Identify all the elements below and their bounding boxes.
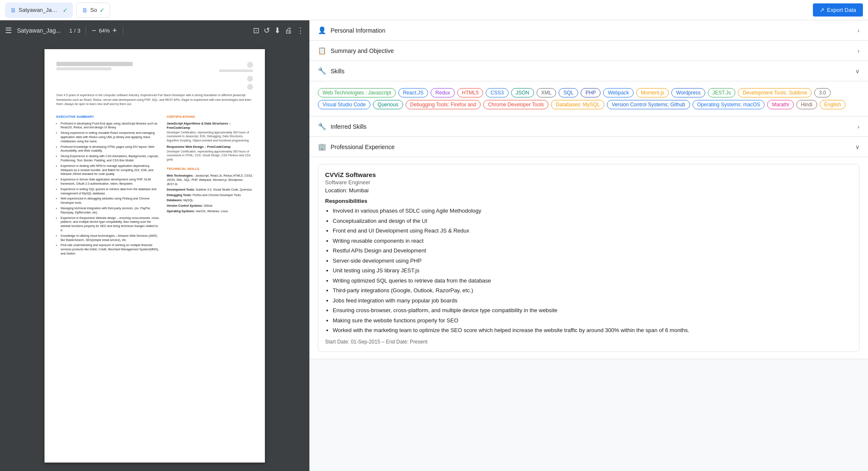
skill-tag[interactable]: Moment.js [636, 88, 669, 97]
export-icon: ↗ [820, 7, 824, 13]
section-personal-information[interactable]: 👤 Personal Information › [309, 20, 868, 41]
exec-summary-title: EXECUTIVE SUMMARY [56, 114, 160, 119]
skill-tag[interactable]: React.JS [398, 88, 428, 97]
pdf-title: Satyawan_Jag... [17, 27, 61, 34]
bullet-item: Experience in dealing with NPM to manage… [61, 164, 160, 176]
section-inferred-skills[interactable]: 🔧 Inferred Skills › [309, 116, 868, 137]
download-icon[interactable]: ⬇ [274, 26, 281, 35]
skill-tag[interactable]: Web Technologies : Javascript [318, 88, 396, 97]
pdf-viewer: ☰ Satyawan_Jag... 1 / 3 − 64% + ⊡ ↺ ⬇ 🖨 … [0, 20, 309, 471]
skills-icon: 🔧 [318, 67, 326, 75]
pdf-page-nav: 1 / 3 [70, 28, 81, 34]
top-bar: 🗎 Satyawan_Jagan... ✓ 🗎 So ✓ ↗ Export Da… [0, 0, 868, 20]
pdf-toolbar: ☰ Satyawan_Jag... 1 / 3 − 64% + ⊡ ↺ ⬇ 🖨 … [0, 20, 309, 41]
experience-label: Professional Experience [331, 144, 395, 150]
doc-icon-2: 🗎 [82, 7, 88, 14]
skill-tag[interactable]: Hindi [796, 100, 817, 109]
exp-card-cvviz: CVViZ Softwares Software Engineer Locati… [318, 164, 860, 352]
skill-tag[interactable]: Development Tools: Sublime [738, 88, 812, 97]
zoom-in-button[interactable]: + [111, 26, 118, 35]
skill-tag[interactable]: Webpack [603, 88, 634, 97]
exp-bullet-item: Jobs feed integration with many popular … [333, 296, 852, 305]
skill-tag[interactable]: JEST.Js [708, 88, 735, 97]
section-skills[interactable]: 🔧 Skills ∨ [309, 61, 868, 81]
tab-2-label: So [90, 7, 97, 13]
skill-tag[interactable]: Databases: MySQL [551, 100, 604, 109]
page-current: 1 [70, 28, 72, 34]
skill-tag[interactable]: Marathi [767, 100, 793, 109]
skill-tag[interactable]: XML [537, 88, 556, 97]
more-options-icon[interactable]: ⋮ [297, 26, 304, 35]
menu-icon[interactable]: ☰ [5, 26, 12, 35]
skill-tag[interactable]: Visual Studio Code [318, 100, 370, 109]
exp-bullet-item: Involved in various phases of SDLC using… [333, 207, 852, 215]
skill-tag[interactable]: Version Control Systems: Github [607, 100, 690, 109]
exp-job-title: Software Engineer [325, 179, 852, 186]
tab-1[interactable]: 🗎 Satyawan_Jagan... ✓ [5, 3, 73, 18]
skills-label: Skills [331, 68, 345, 75]
skill-tag[interactable]: Debugging Tools: Firefox and [406, 100, 481, 109]
chevron-right-inferred: › [857, 123, 860, 130]
inferred-label: Inferred Skills [331, 123, 367, 130]
rotate-icon[interactable]: ↺ [264, 26, 270, 35]
skill-tag[interactable]: Redux [431, 88, 455, 97]
skill-debug: Debugging Tools: Firefox and Chrome Deve… [167, 193, 253, 197]
zoom-level: 64% [99, 28, 110, 34]
tab-1-label: Satyawan_Jagan... [19, 7, 60, 13]
chevron-down-skills: ∨ [855, 68, 860, 75]
bullet-item: Strong Experience in dealing with CSS An… [61, 154, 160, 163]
bullet-item: Experience in Responsive Website design … [61, 216, 160, 233]
experience-expanded-section: CVViZ Softwares Software Engineer Locati… [309, 157, 868, 359]
skill-tag[interactable]: JSON [511, 88, 534, 97]
exp-bullet-item: Front end and UI Development using React… [333, 227, 852, 235]
skill-tag[interactable]: Wordpress [671, 88, 705, 97]
pdf-content: Over 4.5 years of experience in the comp… [0, 41, 309, 471]
page-total: 3 [77, 28, 80, 34]
bullet-item: Experience in Server-Side application de… [61, 177, 160, 186]
pdf-page: Over 4.5 years of experience in the comp… [45, 49, 265, 463]
cert1-body: Developer Certification, representing ap… [167, 130, 253, 143]
bullet-item: Managing technical integration with thir… [61, 206, 160, 215]
experience-icon: 🏢 [318, 143, 326, 151]
skill-tag[interactable]: 3.0 [814, 88, 831, 97]
skill-tag[interactable]: SQL [559, 88, 578, 97]
exp-bullet-item: Restful APIs Design and Development [333, 247, 852, 255]
section-summary-objective[interactable]: 📋 Summary and Objective › [309, 41, 868, 61]
resume-left: EXECUTIVE SUMMARY Proficient in developi… [56, 111, 160, 257]
page-sep: / [74, 28, 76, 34]
fit-page-icon[interactable]: ⊡ [253, 26, 259, 35]
doc-icon-1: 🗎 [10, 7, 16, 14]
exp-bullet-item: Server-side development using PHP [333, 257, 852, 265]
resume-summary: Over 4.5 years of experience in the comp… [56, 93, 253, 107]
exp-company: CVViZ Softwares [325, 171, 852, 178]
cert2-title: Responsive Web Design – FreeCodeCamp [167, 145, 253, 150]
skill-tag[interactable]: CSS3 [486, 88, 508, 97]
skill-tag[interactable]: Operating Systems: macOS [693, 100, 765, 109]
skill-tag[interactable]: Querious [373, 100, 403, 109]
skill-tag[interactable]: HTML5 [457, 88, 483, 97]
exp-bullet-item: Making sure the website functions proper… [333, 316, 852, 325]
print-icon[interactable]: 🖨 [285, 26, 292, 35]
inferred-icon: 🔧 [318, 122, 326, 130]
skills-expanded-section: Web Technologies : JavascriptReact.JSRed… [309, 81, 868, 116]
technical-skills-title: TECHNICAL SKILLS [167, 166, 253, 171]
cert1-title: JavaScript Algorithms & Data Structures … [167, 122, 253, 130]
skill-tag[interactable]: PHP [581, 88, 601, 97]
skill-tag[interactable]: Chrome Developer Tools [483, 100, 548, 109]
skill-dev: Development Tools: Sublime 3.0, Visual S… [167, 188, 253, 192]
export-label: Export Data [827, 7, 856, 13]
exec-bullets: Proficient in developing Front-End apps … [56, 122, 160, 256]
skills-tags: Web Technologies : JavascriptReact.JSRed… [318, 88, 860, 109]
bullet-item: Knowledge of utilizing cloud technologie… [61, 234, 160, 242]
tab-2[interactable]: 🗎 So ✓ [76, 3, 110, 18]
pdf-actions: ⊡ ↺ ⬇ 🖨 ⋮ [253, 26, 304, 35]
section-professional-experience[interactable]: 🏢 Professional Experience ∨ [309, 137, 868, 157]
resume-right: CERTIFICATIONS JavaScript Algorithms & D… [167, 111, 253, 257]
summary-label: Summary and Objective [331, 47, 394, 54]
skill-tag[interactable]: English [820, 100, 846, 109]
export-button[interactable]: ↗ Export Data [813, 3, 863, 17]
exp-location: Location: Mumbai [325, 187, 852, 194]
zoom-out-button[interactable]: − [91, 26, 97, 35]
bullet-item: Experience in writing SQL queries to ret… [61, 187, 160, 196]
summary-icon: 📋 [318, 47, 326, 55]
